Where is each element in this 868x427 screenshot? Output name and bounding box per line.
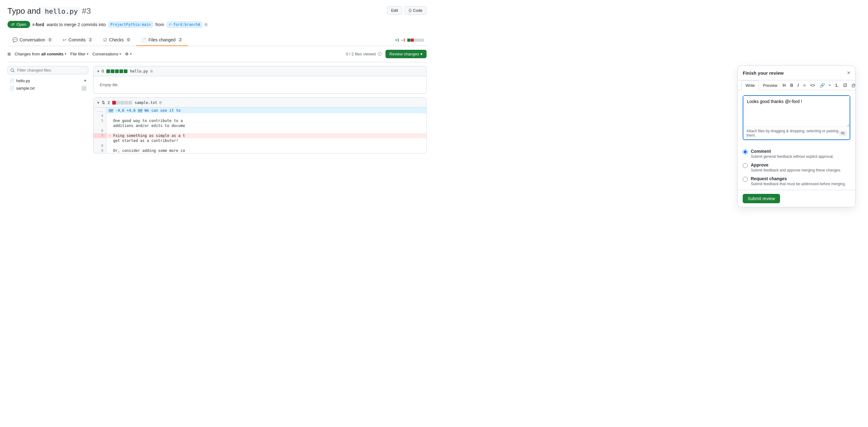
file-filter-chevron: ▾ bbox=[87, 52, 89, 56]
collapse-hello-py-button[interactable]: ▾ bbox=[97, 69, 99, 74]
review-changes-button[interactable]: Review changes ▾ bbox=[385, 50, 427, 58]
toolbar-heading-btn[interactable]: H bbox=[781, 82, 787, 88]
toolbar-italic-btn[interactable]: I bbox=[797, 82, 800, 88]
pr-subtitle: ⇄ Open r-ford wants to merge 2 commits i… bbox=[7, 21, 427, 28]
diff-hunk-row: ... @@ -4,6 +4,6 @@ We can use it to bbox=[94, 108, 426, 113]
toolbar-ul-btn[interactable]: • bbox=[828, 82, 832, 88]
diff-line-num-9: 9 bbox=[94, 148, 106, 153]
copy-sample-txt-button[interactable]: ⎘ bbox=[159, 101, 162, 105]
diff-line-num-7: 7 bbox=[94, 133, 106, 138]
info-icon: ⓘ bbox=[378, 51, 382, 57]
file-name-sample-txt: sample.txt bbox=[16, 86, 34, 91]
toolbar-quote-btn[interactable]: ≡ bbox=[802, 82, 807, 88]
diff-line-content-6 bbox=[106, 128, 426, 133]
pr-header: Typo and hello.py #3 Edit ⟨⟩ Code bbox=[7, 6, 427, 16]
diff-file-header-sample-txt: ▾ ⇅ 2 sample.txt ⎘ bbox=[94, 98, 426, 108]
review-textarea-container: Looks good thanks @r-ford ! Attach files… bbox=[738, 90, 855, 145]
diff-line-4: 4 bbox=[94, 113, 426, 118]
toolbar-link-btn[interactable]: 🔗 bbox=[818, 82, 826, 88]
review-textarea[interactable]: Looks good thanks @r-ford ! bbox=[743, 96, 850, 127]
main-layout: 📄 hello.py + 📄 sample.txt ⬜ bbox=[7, 66, 427, 157]
settings-chevron: ▾ bbox=[130, 52, 132, 56]
file-item-sample-txt-left: 📄 sample.txt bbox=[9, 86, 34, 91]
review-footer: Submit review bbox=[738, 190, 855, 207]
open-badge-label: Open bbox=[17, 22, 26, 27]
header-actions: Edit ⟨⟩ Code bbox=[387, 6, 427, 15]
file-item-hello-py[interactable]: 📄 hello.py + bbox=[7, 77, 88, 84]
diff-file-sample-txt: ▾ ⇅ 2 sample.txt ⎘ ... bbox=[93, 97, 427, 153]
option-comment-radio[interactable] bbox=[743, 149, 748, 154]
file-name-hello-py: hello.py bbox=[16, 79, 30, 83]
tab-commits[interactable]: ↩ Commits 2 bbox=[58, 34, 98, 46]
copy-hello-py-button[interactable]: ⎘ bbox=[151, 69, 153, 74]
diff-line-7-del: 7 - Fxing something as simple as a t bbox=[94, 133, 426, 138]
tab-files-changed-label: Files changed bbox=[148, 37, 175, 42]
pr-title: Typo and hello.py #3 bbox=[7, 6, 91, 16]
file-list: 📄 hello.py + 📄 sample.txt ⬜ bbox=[7, 77, 88, 92]
file-item-hello-py-left: 📄 hello.py bbox=[9, 79, 30, 83]
review-changes-label: Review changes bbox=[390, 52, 419, 56]
review-panel-title: Finish your review bbox=[743, 70, 784, 76]
tab-conversation[interactable]: 💬 Conversation 0 bbox=[7, 34, 58, 46]
diff-area: ▾ 0 hello.py ⎘ Empty file. bbox=[93, 66, 427, 157]
head-branch-link[interactable]: r-ford:branchA bbox=[167, 22, 203, 28]
diff-line-content-9: Or, consider adding some more co bbox=[106, 148, 426, 153]
toolbar-code-btn[interactable]: <> bbox=[809, 82, 816, 88]
toolbar-ol-btn[interactable]: 1. bbox=[834, 82, 840, 88]
option-request-changes[interactable]: Request changes Submit feedback that mus… bbox=[743, 176, 850, 186]
option-approve-radio[interactable] bbox=[743, 163, 748, 168]
review-tab-preview[interactable]: Preview bbox=[759, 80, 781, 90]
option-request-changes-radio[interactable] bbox=[743, 177, 748, 182]
diff-line-num-4: 4 bbox=[94, 113, 106, 118]
hunk-line-num: ... bbox=[94, 108, 106, 113]
option-request-changes-label: Request changes bbox=[751, 176, 846, 181]
tab-files-changed[interactable]: 📄 Files changed 2 bbox=[136, 34, 188, 46]
collapse-sample-txt-button[interactable]: ▾ bbox=[97, 101, 99, 105]
sample-txt-changes-count: 2 bbox=[107, 100, 110, 105]
sidebar-toggle-button[interactable]: ⊞ bbox=[7, 52, 11, 56]
diff-line-content-7b: get started as a contributor! bbox=[106, 138, 426, 143]
option-comment-content: Comment Submit general feedback without … bbox=[751, 149, 834, 159]
copy-branch-icon[interactable]: ⎘ bbox=[205, 22, 207, 27]
settings-button[interactable]: ⚙ ▾ bbox=[125, 52, 132, 56]
filter-changed-files-input[interactable] bbox=[7, 66, 88, 75]
diff-line-num-5b bbox=[94, 123, 106, 128]
toolbar-bold-btn[interactable]: B bbox=[789, 82, 794, 88]
option-comment[interactable]: Comment Submit general feedback without … bbox=[743, 149, 850, 159]
diff-line-8: 8 bbox=[94, 143, 426, 148]
sample-txt-changes-icon: ⇅ bbox=[102, 100, 105, 105]
diff-line-content-5b: additions and/or edits to docume bbox=[106, 123, 426, 128]
option-comment-desc: Submit general feedback without explicit… bbox=[751, 154, 834, 159]
tab-commits-label: Commits bbox=[68, 37, 86, 42]
diff-line-num-5: 5 bbox=[94, 118, 106, 123]
review-changes-chevron: ▾ bbox=[420, 52, 423, 56]
attach-hint-text: Attach files by dragging & dropping, sel… bbox=[746, 129, 839, 138]
option-comment-label: Comment bbox=[751, 149, 834, 154]
pr-number: #3 bbox=[82, 6, 91, 16]
base-branch-link[interactable]: ProjectPythia:main bbox=[108, 22, 153, 28]
review-panel-close-button[interactable]: × bbox=[847, 70, 850, 76]
changes-from-button[interactable]: Changes from all commits ▾ bbox=[14, 52, 66, 56]
submit-review-button[interactable]: Submit review bbox=[743, 194, 780, 203]
toolbar-mention-btn[interactable]: @ bbox=[850, 82, 856, 88]
sample-txt-diff-table: ... @@ -4,6 +4,6 @@ We can use it to 4 5… bbox=[94, 108, 426, 153]
open-badge: ⇄ Open bbox=[7, 21, 30, 28]
file-badge-sample-txt: ⬜ bbox=[81, 86, 86, 91]
commits-icon: ↩ bbox=[63, 37, 66, 42]
toolbar-task-btn[interactable]: ☑ bbox=[842, 82, 848, 88]
tab-checks[interactable]: ☑ Checks 0 bbox=[98, 34, 136, 46]
sample-txt-boxes bbox=[112, 101, 132, 105]
diff-line-9: 9 Or, consider adding some more co bbox=[94, 148, 426, 153]
diff-line-num-7b bbox=[94, 138, 106, 143]
deletions-stat: −1 bbox=[401, 38, 405, 42]
diff-line-6: 6 bbox=[94, 128, 426, 133]
conversations-button[interactable]: Conversations ▾ bbox=[92, 52, 121, 56]
file-filter-button[interactable]: File filter ▾ bbox=[70, 52, 89, 56]
review-panel-header: Finish your review × bbox=[738, 66, 855, 80]
edit-button[interactable]: Edit bbox=[387, 6, 402, 15]
review-tab-write[interactable]: Write bbox=[741, 80, 759, 90]
code-button[interactable]: ⟨⟩ Code bbox=[404, 6, 427, 15]
pr-tabs: 💬 Conversation 0 ↩ Commits 2 ☑ Checks 0 … bbox=[7, 34, 427, 46]
file-item-sample-txt[interactable]: 📄 sample.txt ⬜ bbox=[7, 84, 88, 92]
option-approve[interactable]: Approve Submit feedback and approve merg… bbox=[743, 163, 850, 172]
